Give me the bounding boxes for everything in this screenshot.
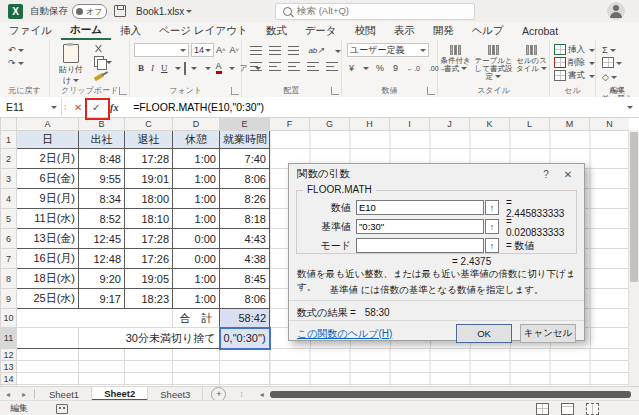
cell[interactable]: 9:20 [79, 269, 125, 289]
page-layout-view-icon[interactable] [561, 403, 574, 415]
cell[interactable] [79, 349, 125, 361]
column-header[interactable]: M [550, 118, 590, 131]
format-as-table-button[interactable]: テーブルとして書式設定 [473, 43, 514, 81]
comma-style-button[interactable]: 9 [393, 63, 398, 73]
cell[interactable]: 12:48 [79, 249, 125, 269]
cell[interactable]: 0:00 [173, 229, 220, 249]
bold-button[interactable]: B [138, 63, 144, 73]
row-header[interactable]: 7 [1, 249, 17, 269]
normal-view-icon[interactable] [536, 403, 549, 415]
argument-input-number[interactable] [356, 200, 484, 215]
note-label-cell[interactable]: 30分未満切り捨て [79, 328, 220, 349]
dialog-help-button[interactable]: ? [538, 169, 554, 180]
cell[interactable] [173, 349, 220, 361]
cell[interactable]: 8:48 [79, 149, 125, 169]
row-header[interactable]: 5 [1, 209, 17, 229]
cell[interactable]: 18:10 [125, 209, 173, 229]
dialog-launcher-icon[interactable] [331, 87, 339, 95]
cell[interactable]: 12:45 [79, 229, 125, 249]
delete-cells-button[interactable]: 削除 [550, 56, 595, 69]
function-help-link[interactable]: この関数のヘルプ(H) [297, 327, 392, 341]
row-header[interactable]: 6 [1, 229, 17, 249]
document-title[interactable]: Book1.xlsx [136, 6, 184, 17]
column-header[interactable]: A [17, 118, 79, 131]
cell[interactable]: 6日(金) [17, 169, 79, 189]
italic-button[interactable]: I [151, 63, 154, 73]
cell[interactable]: 25日(水) [17, 289, 79, 309]
column-header[interactable]: H [350, 118, 390, 131]
redo-button[interactable]: ↷ [8, 58, 24, 68]
dialog-title-bar[interactable]: 関数の引数 ? ✕ [289, 164, 584, 184]
sheet-tab-sheet2[interactable]: Sheet2 [92, 387, 148, 401]
cell[interactable]: 7:40 [220, 149, 270, 169]
increase-indent-button[interactable] [326, 62, 338, 71]
percent-style-button[interactable]: % [376, 63, 384, 73]
cell[interactable]: 1:00 [173, 189, 220, 209]
sheet-next-icon[interactable]: ▸ [16, 387, 32, 401]
cell[interactable] [220, 361, 270, 373]
tab-insert[interactable]: 挿入 [111, 22, 150, 40]
column-header[interactable]: N [590, 118, 630, 131]
splitter-handle-icon[interactable]: ⁞ [240, 390, 243, 399]
cell[interactable]: 4:38 [220, 249, 270, 269]
column-header[interactable]: L [510, 118, 550, 131]
cell[interactable]: 16日(月) [17, 249, 79, 269]
grow-font-button[interactable]: A˄ [216, 45, 226, 55]
sheet-tab-sheet3[interactable]: Sheet3 [148, 387, 203, 401]
copy-button[interactable] [94, 56, 112, 67]
cell[interactable]: 1:00 [173, 209, 220, 229]
cell[interactable]: 8:26 [220, 189, 270, 209]
paste-button[interactable]: 貼り付け [56, 43, 86, 86]
format-painter-button[interactable] [94, 75, 104, 79]
font-color-button[interactable]: A [216, 62, 222, 74]
row-header[interactable]: 10 [1, 309, 17, 328]
tab-acrobat[interactable]: Acrobat [513, 22, 567, 40]
cut-button[interactable] [94, 44, 103, 53]
cell[interactable]: 18:00 [125, 189, 173, 209]
cell[interactable]: 18:23 [125, 289, 173, 309]
scroll-left-icon[interactable]: ◂ [254, 390, 270, 399]
tab-file[interactable]: ファイル [0, 22, 61, 40]
cell[interactable]: 9日(月) [17, 189, 79, 209]
cell[interactable]: 出社 [79, 131, 125, 149]
cell[interactable] [17, 309, 173, 328]
clear-button[interactable]: ◇ [602, 72, 617, 82]
total-label-cell[interactable]: 合 計 [173, 309, 220, 328]
select-all-corner[interactable] [1, 118, 17, 131]
column-header[interactable]: C [125, 118, 173, 131]
cell[interactable] [17, 328, 79, 349]
cell[interactable] [173, 373, 220, 385]
decrease-indent-button[interactable] [307, 62, 319, 71]
argument-input-significance[interactable] [356, 219, 484, 234]
cell[interactable]: 1:00 [173, 149, 220, 169]
underline-button[interactable]: U [161, 63, 168, 73]
cell[interactable] [125, 361, 173, 373]
tab-help[interactable]: ヘルプ [463, 22, 513, 40]
cell[interactable]: 8:06 [220, 169, 270, 189]
fill-button[interactable] [602, 57, 622, 68]
align-top-button[interactable] [250, 46, 262, 55]
horizontal-scrollbar[interactable]: ⁞ ◂ [240, 387, 639, 401]
row-header[interactable]: 13 [1, 361, 17, 373]
cell[interactable]: 19:01 [125, 169, 173, 189]
collapse-dialog-button[interactable]: ↑ [485, 238, 499, 253]
autosave-toggle[interactable]: オフ [72, 4, 107, 19]
cell[interactable]: 18日(水) [17, 269, 79, 289]
cell[interactable] [79, 373, 125, 385]
cell[interactable]: 1:00 [173, 269, 220, 289]
borders-button[interactable] [184, 62, 186, 75]
row-header[interactable]: 14 [1, 373, 17, 385]
align-left-button[interactable] [250, 62, 262, 71]
cell[interactable] [125, 373, 173, 385]
ok-button[interactable]: OK [456, 324, 512, 343]
cell[interactable] [220, 373, 270, 385]
cell[interactable]: 1:00 [173, 289, 220, 309]
cell[interactable] [17, 361, 79, 373]
cell[interactable]: 2日(月) [17, 149, 79, 169]
expand-formula-bar-icon[interactable] [627, 106, 633, 112]
cell[interactable]: 就業時間 [220, 131, 270, 149]
shrink-font-button[interactable]: A˅ [229, 45, 239, 55]
page-break-view-icon[interactable] [586, 403, 599, 415]
cell[interactable]: 8:06 [220, 289, 270, 309]
column-header-selected[interactable]: E [220, 118, 270, 131]
